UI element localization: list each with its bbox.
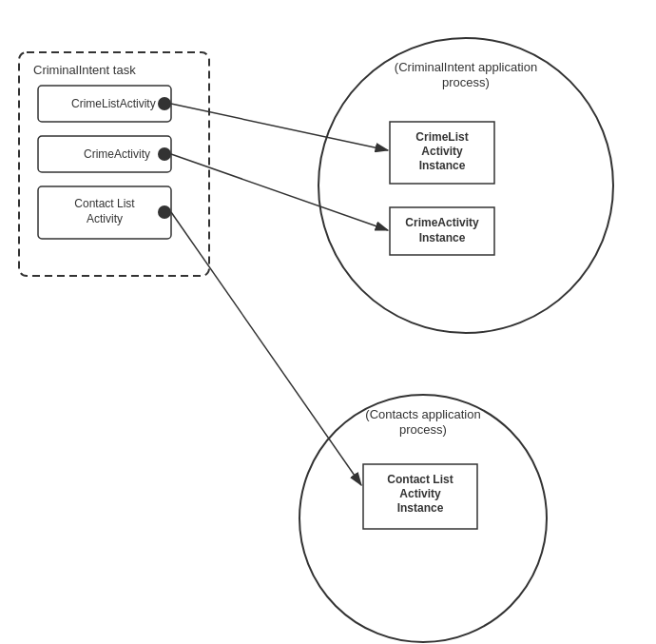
crimelist-instance-label1: CrimeList (415, 130, 468, 144)
activity-2-dot (158, 147, 171, 161)
activity-3-label: Contact List (74, 197, 135, 210)
activity-3-dot (158, 205, 171, 219)
criminalintent-process-label2: process) (442, 75, 490, 89)
contactlist-instance-label1: Contact List (387, 473, 453, 486)
contactlist-instance-label2: Activity (399, 487, 441, 500)
crimelist-instance-label2: Activity (421, 145, 463, 158)
activity-2-label: CrimeActivity (84, 147, 150, 161)
arrow-2 (171, 154, 388, 230)
arrow-3 (171, 212, 361, 485)
crimelist-instance-label3: Instance (419, 159, 466, 172)
activity-1-dot (158, 97, 171, 110)
activity-1-label: CrimeListActivity (71, 97, 156, 110)
task-label: CriminalIntent task (33, 63, 136, 77)
contacts-process-label: (Contacts application (365, 407, 480, 421)
crimeactivity-instance-label1: CrimeActivity (405, 216, 479, 229)
activity-3-label2: Activity (87, 212, 123, 225)
crimeactivity-instance-label2: Instance (419, 231, 466, 244)
contactlist-instance-label3: Instance (397, 501, 444, 515)
contacts-process-label2: process) (399, 422, 447, 437)
diagram: CriminalIntent task CrimeListActivity Cr… (0, 0, 656, 644)
arrow-1 (171, 104, 388, 150)
criminalintent-process-label: (CriminalIntent application (395, 60, 537, 74)
